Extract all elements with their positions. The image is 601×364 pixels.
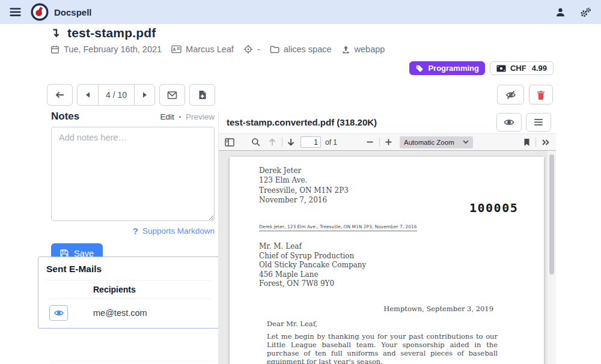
zoom-in-button[interactable]	[385, 138, 392, 146]
chevron-down-icon	[463, 140, 469, 144]
zoom-out-button[interactable]	[366, 138, 374, 146]
search-button[interactable]	[251, 138, 260, 147]
file-menu-button[interactable]	[526, 113, 551, 132]
next-item-button[interactable]	[135, 85, 154, 105]
gears-icon[interactable]	[580, 7, 591, 17]
question-icon: ?	[133, 226, 138, 236]
markdown-hint-label: Supports Markdown	[142, 226, 215, 235]
pdf-page: Derek Jeter 123 Elm Ave. Treesville, ON …	[230, 157, 544, 364]
eye-icon	[54, 309, 64, 317]
meta-date: Tue, February 16th, 2021	[50, 44, 162, 54]
letter-dateline: Hemptown, September 3, 2019	[383, 305, 493, 313]
badges-row: Programming CHF 4.99	[409, 61, 554, 75]
amount-value: 4.99	[532, 64, 547, 73]
tag-badge-label: Programming	[428, 64, 479, 73]
page-number-input[interactable]	[300, 136, 321, 148]
user-icon[interactable]	[555, 7, 566, 17]
meta-concerning: -	[243, 44, 260, 54]
recipients-column-header: Recipients	[93, 281, 212, 299]
meta-concerning-label: -	[257, 44, 260, 54]
stamp-number: 100005	[469, 201, 518, 215]
letter-recipient-block: Mr. M. Leaf Chief of Syrup Production Ol…	[259, 242, 366, 289]
crosshair-icon	[243, 44, 253, 54]
sent-emails-panel: Sent E-Mails Recipients me@test.com	[38, 256, 221, 329]
back-button[interactable]	[47, 84, 73, 106]
actions-column-header	[46, 281, 93, 299]
menu-bars-icon	[534, 119, 543, 126]
item-pager: 4 / 10	[77, 84, 155, 106]
letter-body-partial: Next month, our …	[267, 362, 498, 364]
recipient-address: me@test.com	[93, 302, 212, 318]
notes-tab-separator: •	[179, 114, 181, 120]
amount-badge[interactable]: CHF 4.99	[490, 61, 554, 75]
pdf-header: test-stamp.converted.pdf (318.20K)	[219, 111, 556, 134]
document-meta-row: Tue, February 16th, 2021 Marcus Leaf - a…	[50, 44, 385, 54]
eye-slash-icon	[505, 90, 517, 100]
sent-emails-heading: Sent E-Mails	[46, 264, 212, 281]
meta-source: webapp	[341, 44, 385, 54]
letter-reference-line: Derek Jeter, 123 Elm Ave., Treesville, O…	[259, 224, 417, 231]
pdfjs-toolbar: of 1 Automatic Zoom	[219, 134, 556, 151]
add-file-button[interactable]	[189, 84, 215, 106]
money-icon	[496, 65, 506, 72]
hide-preview-button[interactable]	[497, 85, 524, 105]
item-action-controls	[497, 85, 553, 105]
document-title-row: test-stamp.pdf	[50, 26, 156, 40]
delete-button[interactable]	[529, 85, 553, 105]
notes-heading: Notes	[51, 111, 79, 123]
file-plus-icon	[198, 90, 207, 100]
send-mail-button[interactable]	[159, 84, 185, 106]
tag-icon	[415, 64, 424, 73]
trash-icon	[537, 90, 545, 100]
find-previous-button[interactable]	[268, 138, 276, 147]
zoom-level-select[interactable]: Automatic Zoom	[400, 136, 473, 148]
pdf-filename: test-stamp.converted.pdf (318.20K)	[227, 117, 377, 127]
eye-icon	[504, 118, 514, 126]
pdf-scrollbar[interactable]	[548, 151, 556, 364]
letter-salutation: Dear Mr. Leaf,	[267, 320, 317, 328]
meta-correspondent: Marcus Leaf	[171, 44, 234, 54]
page-count-label: of 1	[325, 138, 337, 147]
arrow-down-icon	[50, 28, 61, 39]
upload-icon	[341, 45, 350, 54]
tag-badge[interactable]: Programming	[409, 61, 485, 75]
table-row-action	[46, 299, 93, 321]
notes-input[interactable]	[51, 127, 215, 221]
pdf-preview-panel: test-stamp.converted.pdf (318.20K)	[218, 111, 556, 364]
preview-toggle-button[interactable]	[496, 113, 522, 132]
amount-currency: CHF	[510, 64, 526, 73]
section-divider	[51, 361, 215, 362]
markdown-hint-link[interactable]: ? Supports Markdown	[51, 226, 215, 236]
app-title: Docspell	[54, 7, 92, 17]
notes-preview-tab[interactable]: Preview	[186, 112, 215, 121]
meta-source-label: webapp	[355, 44, 385, 54]
toolbar-more-button[interactable]	[542, 139, 550, 146]
calendar-icon	[50, 45, 59, 54]
letter-sender-block: Derek Jeter 123 Elm Ave. Treesville, ON …	[259, 166, 349, 205]
meta-date-label: Tue, February 16th, 2021	[64, 44, 162, 54]
id-card-icon	[171, 45, 182, 53]
sent-emails-table: Recipients me@test.com	[46, 281, 212, 321]
meta-correspondent-label: Marcus Leaf	[186, 44, 234, 54]
app-logo[interactable]: Docspell	[31, 3, 92, 21]
zoom-level-label: Automatic Zoom	[404, 139, 454, 146]
top-navbar: Docspell	[0, 0, 601, 24]
docspell-logo-icon	[31, 3, 49, 21]
docspell-app: Docspell test-stamp.pdf Tue, February 16…	[0, 0, 601, 364]
pdf-scrollbar-thumb[interactable]	[549, 154, 554, 275]
page-title: test-stamp.pdf	[67, 26, 156, 40]
view-email-button[interactable]	[49, 305, 68, 321]
notes-section: Notes Edit • Preview ? Supports Markdown…	[51, 111, 215, 263]
find-next-button[interactable]	[287, 138, 295, 147]
meta-folder-label: alices space	[284, 44, 332, 54]
hamburger-menu-icon[interactable]	[10, 7, 21, 17]
bookmark-button[interactable]	[523, 138, 530, 147]
notes-edit-tab[interactable]: Edit	[160, 112, 174, 121]
item-nav-controls: 4 / 10	[47, 84, 215, 106]
prev-item-button[interactable]	[78, 85, 99, 105]
sidebar-toggle-button[interactable]	[225, 138, 234, 147]
pdf-viewer-canvas[interactable]: Derek Jeter 123 Elm Ave. Treesville, ON …	[219, 151, 556, 364]
letter-body: Let me begin by thanking you for your pa…	[267, 333, 498, 364]
item-position-label: 4 / 10	[99, 85, 135, 105]
meta-folder: alices space	[270, 44, 332, 54]
